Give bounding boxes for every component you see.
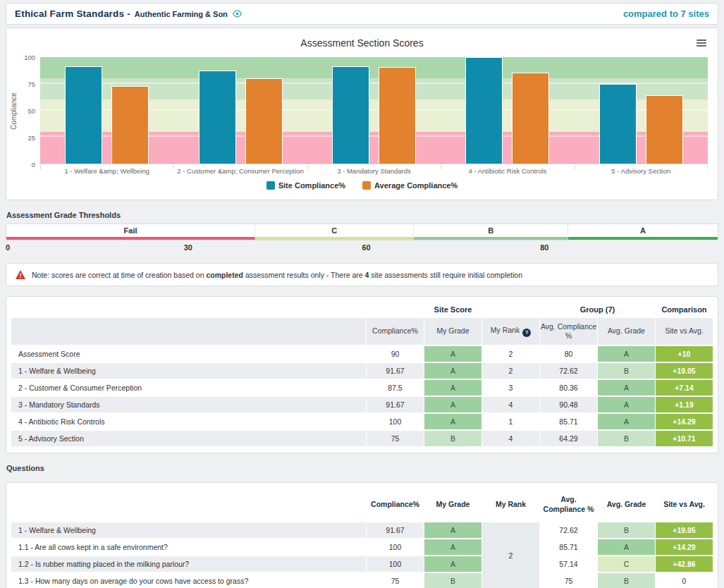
avg-grade-cell: B: [598, 573, 655, 588]
scores-group-header-row: Site Score Group (7) Comparison: [11, 302, 713, 317]
average-compliance-bar[interactable]: [245, 78, 283, 164]
page-subtitle: Authentic Farming & Son: [135, 10, 228, 18]
site-compliance-bar[interactable]: [332, 66, 369, 164]
eye-icon[interactable]: [232, 8, 243, 19]
site-vs-avg-cell: 0: [656, 573, 713, 588]
my-rank-cell: 1: [482, 414, 539, 429]
q-column-header-site-vs-avg: Site vs Avg.: [656, 489, 713, 521]
site-vs-avg-cell: +14.29: [656, 414, 713, 429]
y-axis-tick-label: 50: [27, 107, 35, 115]
site-compliance-bar[interactable]: [599, 84, 637, 164]
y-axis-tick-label: 75: [27, 80, 35, 88]
avg-grade-cell: B: [598, 363, 655, 379]
site-compliance-bar[interactable]: [199, 71, 236, 164]
threshold-segment-fail: Fail: [6, 224, 255, 240]
chart-y-axis-title: Compliance: [6, 57, 20, 164]
compliance-cell: 91.67: [367, 397, 424, 412]
my-rank-cell: 3: [482, 380, 539, 396]
compliance-cell: 91.67: [367, 522, 424, 538]
q-column-header-avg-grade: Avg. Grade: [598, 489, 655, 521]
header-title-group: Ethical Farm Standards - Authentic Farmi…: [15, 8, 243, 19]
chart-plot-wrap: 1 - Welfare &amp; Wellbeing2 - Customer …: [40, 57, 708, 164]
avg-grade-cell: A: [598, 539, 655, 555]
q-column-header-label: [11, 489, 366, 521]
table-row: 3 - Mandatory Standards91.67A490.48A+1.1…: [11, 397, 713, 412]
row-label-cell: 2 - Customer & Consumer Perception: [11, 380, 366, 396]
chart-plot: [40, 57, 708, 164]
column-header-avg-grade: Avg. Grade: [598, 318, 655, 345]
my-rank-cell: 4: [482, 397, 539, 412]
average-compliance-bar[interactable]: [111, 86, 149, 164]
compared-to-sites-link[interactable]: compared to 7 sites: [623, 8, 709, 19]
question-mark-icon[interactable]: ?: [522, 329, 531, 337]
chart-legend: Site Compliance%Average Compliance%: [6, 181, 718, 190]
warning-icon: [16, 270, 25, 279]
column-header-my-rank: My Rank?: [482, 318, 539, 345]
average-compliance-bar[interactable]: [512, 73, 549, 164]
legend-label: Average Compliance%: [374, 181, 458, 190]
chart-x-axis: 1 - Welfare &amp; Wellbeing2 - Customer …: [40, 167, 708, 175]
legend-item-site-compliance[interactable]: Site Compliance%: [266, 181, 345, 190]
my-grade-cell: A: [424, 539, 481, 555]
avg-compliance-cell: 90.48: [540, 397, 597, 412]
avg-compliance-cell: 85.71: [540, 539, 597, 555]
chart-title: Assessment Section Scores: [6, 28, 718, 49]
note-text-part: completed: [206, 271, 243, 279]
avg-grade-cell: A: [598, 414, 655, 429]
threshold-segment-c: C: [255, 224, 414, 240]
row-label-cell: Assessment Score: [11, 346, 366, 362]
threshold-scale: 0306080: [6, 243, 718, 254]
site-vs-avg-cell: +10: [656, 346, 713, 362]
group-header-group: Group (7): [540, 302, 655, 317]
site-vs-avg-cell: +1.19: [656, 397, 713, 412]
page-header: Ethical Farm Standards - Authentic Farmi…: [6, 3, 718, 25]
chart-y-axis: 0255075100: [20, 57, 40, 164]
threshold-scale-number: 30: [184, 243, 192, 252]
avg-compliance-cell: 85.71: [540, 414, 597, 429]
avg-grade-cell: A: [598, 397, 655, 412]
legend-item-average-compliance[interactable]: Average Compliance%: [362, 181, 458, 190]
my-grade-cell: B: [424, 431, 481, 446]
site-compliance-bar[interactable]: [465, 57, 503, 164]
threshold-bar: FailCBA: [6, 223, 718, 240]
site-vs-avg-cell: +19.05: [656, 522, 713, 538]
my-rank-cell: 2: [482, 363, 539, 379]
my-grade-cell: A: [424, 522, 481, 538]
page-title: Ethical Farm Standards -: [15, 8, 130, 19]
questions-table-body: 1 - Welfare & Wellbeing91.67A272.62B+19.…: [11, 522, 713, 588]
note-card: Note: scores are correct at time of crea…: [6, 263, 718, 286]
group-header-spacer: [11, 302, 366, 317]
my-grade-cell: A: [424, 397, 481, 412]
site-vs-avg-cell: +7.14: [656, 380, 713, 396]
row-label-cell: 1.1 - Are all cows kept in a safe enviro…: [11, 539, 366, 555]
chart-bars: [40, 57, 708, 164]
row-label-cell: 4 - Antibiotic Risk Controls: [11, 414, 366, 429]
avg-grade-cell: B: [598, 431, 655, 446]
legend-swatch: [362, 181, 371, 190]
avg-grade-cell: A: [598, 380, 655, 396]
compliance-cell: 100: [367, 556, 424, 572]
threshold-segment-b: B: [414, 224, 568, 240]
compliance-cell: 91.67: [367, 363, 424, 379]
average-compliance-bar[interactable]: [379, 67, 416, 164]
compliance-cell: 100: [367, 539, 424, 555]
q-column-header-my-rank: My Rank: [482, 489, 539, 521]
my-grade-cell: B: [424, 573, 481, 588]
my-grade-cell: A: [424, 380, 481, 396]
scores-table: Site Score Group (7) Comparison Complian…: [11, 301, 713, 448]
scores-table-card: Site Score Group (7) Comparison Complian…: [6, 296, 718, 453]
threshold-scale-number: 60: [362, 243, 371, 252]
my-grade-cell: A: [424, 556, 481, 572]
my-grade-cell: A: [424, 346, 481, 362]
average-compliance-bar[interactable]: [646, 95, 683, 164]
group-header-site-score: Site Score: [367, 302, 539, 317]
chart-context-menu-icon[interactable]: [697, 38, 706, 48]
note-text-part: assessment results only - There are: [243, 271, 365, 279]
bar-group: [441, 57, 574, 164]
column-header-site-vs-avg: Site vs Avg.: [656, 318, 713, 345]
x-axis-label: 2 - Customer &amp; Consumer Perception: [173, 167, 307, 175]
scores-table-body: Assessment Score90A280A+101 - Welfare & …: [11, 346, 713, 446]
site-vs-avg-cell: +14.29: [656, 539, 713, 555]
site-compliance-bar[interactable]: [65, 66, 102, 164]
compliance-cell: 90: [367, 346, 424, 362]
